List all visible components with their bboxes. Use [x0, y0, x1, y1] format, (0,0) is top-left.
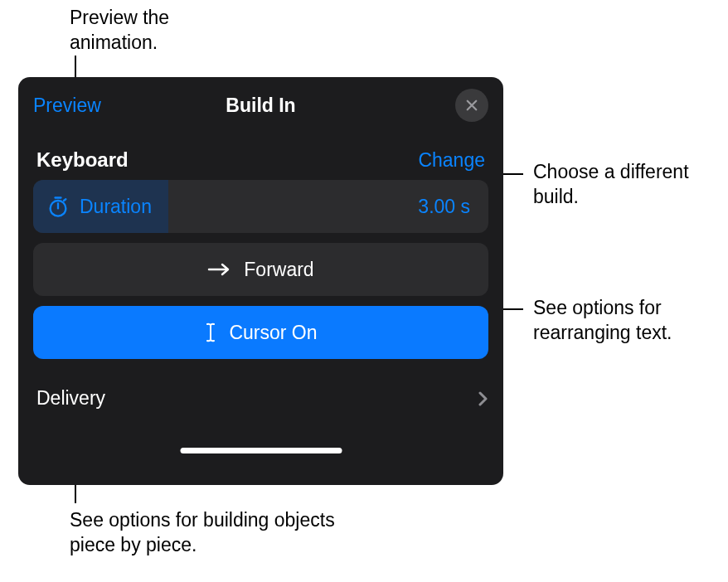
direction-row[interactable]: Forward [33, 243, 488, 296]
callout-preview: Preview the animation. [70, 6, 219, 56]
duration-row[interactable]: Duration 3.00 s [33, 180, 488, 233]
close-icon [464, 98, 479, 113]
home-indicator [180, 448, 342, 453]
callout-change: Choose a different build. [533, 160, 707, 210]
duration-label: Duration [80, 196, 152, 218]
close-button[interactable] [455, 89, 488, 122]
preview-button[interactable]: Preview [33, 95, 101, 117]
build-in-panel: Preview Build In Keyboard Change Duratio… [18, 77, 503, 485]
cursor-label: Cursor On [229, 322, 317, 344]
delivery-label: Delivery [36, 387, 105, 410]
timer-icon [46, 195, 70, 218]
arrow-right-icon [207, 261, 232, 278]
effect-header: Keyboard Change [18, 133, 503, 180]
duration-segment: Duration [33, 180, 168, 233]
chevron-right-icon [478, 390, 488, 407]
callout-delivery: See options for building objects piece b… [70, 508, 352, 558]
effect-name: Keyboard [36, 148, 129, 172]
titlebar: Preview Build In [18, 77, 503, 133]
svg-line-3 [64, 199, 66, 201]
delivery-row[interactable]: Delivery [18, 369, 503, 428]
callout-forward: See options for rearranging text. [533, 296, 716, 346]
change-button[interactable]: Change [418, 149, 485, 172]
panel-title: Build In [226, 95, 295, 117]
cursor-row[interactable]: Cursor On [33, 306, 488, 359]
options-list: Duration 3.00 s Forward Cursor On [18, 180, 503, 359]
cursor-icon [204, 322, 217, 343]
duration-value: 3.00 s [418, 196, 488, 218]
direction-label: Forward [244, 259, 313, 281]
